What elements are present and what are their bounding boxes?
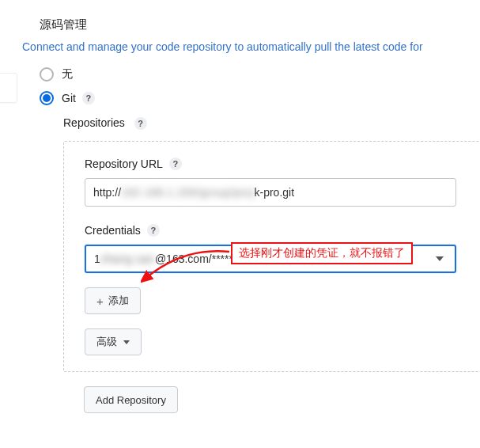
- scm-section: 源码管理 Connect and manage your code reposi…: [0, 0, 480, 413]
- credentials-value-suffix: @163.com/******: [155, 252, 238, 265]
- repo-url-value-blur: 192.168.1.200/group/proj: [121, 186, 254, 199]
- radio-icon: [40, 67, 54, 82]
- credentials-label: Credentials ?: [85, 224, 480, 237]
- annotation-callout: 选择刚才创建的凭证，就不报错了: [231, 242, 413, 264]
- help-icon[interactable]: ?: [82, 92, 95, 104]
- chevron-down-icon: [436, 256, 444, 261]
- add-repository-button[interactable]: Add Repository: [84, 386, 178, 413]
- repo-url-label: Repository URL ?: [85, 158, 480, 170]
- advanced-label: 高级: [96, 335, 117, 349]
- add-credential-button[interactable]: + 添加: [85, 287, 141, 314]
- radio-label-none: 无: [62, 67, 73, 82]
- credentials-label-text: Credentials: [85, 224, 141, 237]
- help-icon[interactable]: ?: [169, 158, 182, 170]
- repositories-heading: Repositories ?: [63, 116, 480, 130]
- repo-url-value-suffix: k-pro.git: [255, 186, 295, 199]
- help-icon[interactable]: ?: [134, 117, 147, 130]
- credentials-value-prefix: 1: [94, 252, 100, 265]
- repo-url-value-prefix: http://: [93, 186, 121, 199]
- repo-url-label-text: Repository URL: [85, 158, 163, 170]
- help-icon[interactable]: ?: [147, 224, 160, 237]
- add-repository-label: Add Repository: [96, 394, 166, 406]
- repo-url-input[interactable]: http:// 192.168.1.200/group/proj k-pro.g…: [85, 178, 456, 207]
- advanced-button[interactable]: 高级: [85, 328, 142, 355]
- section-title: 源码管理: [40, 17, 480, 32]
- scm-option-git[interactable]: Git ?: [40, 91, 480, 105]
- radio-label-git: Git: [62, 92, 76, 104]
- left-panel-stub: [0, 73, 17, 103]
- plus-icon: +: [96, 294, 104, 308]
- chevron-down-icon: [123, 340, 130, 344]
- add-credential-label: 添加: [108, 294, 129, 308]
- repositories-label: Repositories: [63, 116, 125, 129]
- section-desc: Connect and manage your code repository …: [22, 40, 480, 53]
- git-config: Repositories ? Repository URL ? http:// …: [63, 116, 480, 413]
- radio-icon: [40, 91, 54, 105]
- scm-option-none[interactable]: 无: [40, 67, 480, 82]
- credentials-value-blur: zhang san: [100, 252, 155, 265]
